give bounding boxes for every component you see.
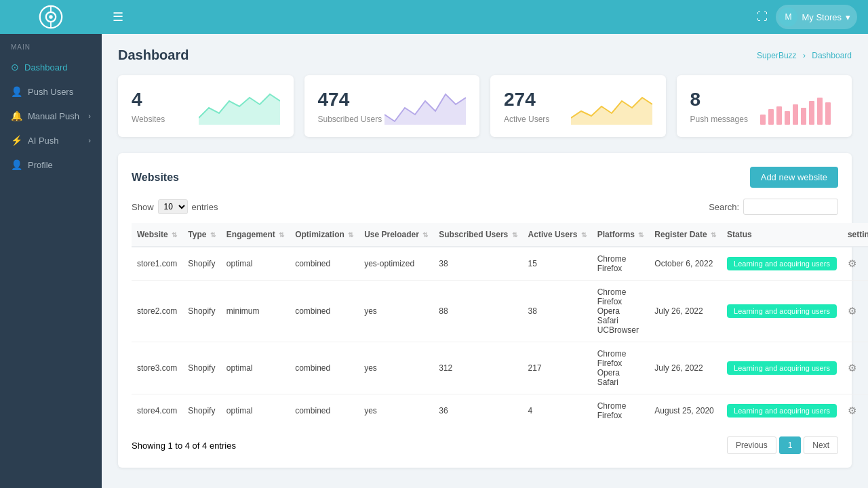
cell-date-3: August 25, 2020 (649, 394, 722, 428)
hamburger-button[interactable]: ☰ (113, 9, 123, 24)
col-active: Active Users ⇅ (523, 223, 592, 247)
cell-website-0: store1.com (132, 247, 182, 281)
user-menu-button[interactable]: M My Stores ▾ (776, 5, 857, 29)
breadcrumb: SuperBuzz › Dashboard (757, 51, 852, 60)
expand-icon[interactable]: ⛶ (757, 11, 768, 23)
stat-info-subscribed: 474 Subscribed Users (318, 89, 382, 124)
col-type: Type ⇅ (182, 223, 220, 247)
settings-icon-0[interactable]: ⚙ (848, 258, 856, 269)
svg-rect-10 (776, 106, 782, 125)
sidebar-item-push-users[interactable]: 👤 Push Users (0, 79, 102, 104)
cell-status-2: Learning and acquiring users (722, 342, 842, 394)
show-label: Show (132, 202, 154, 212)
next-button[interactable]: Next (804, 436, 838, 454)
table-row: store1.com Shopify optimal combined yes-… (132, 247, 868, 281)
stat-info-push: 8 Push messages (690, 89, 748, 124)
cell-settings-2[interactable]: ⚙ (842, 342, 868, 394)
col-website: Website ⇅ (132, 223, 182, 247)
cell-platforms-3: ChromeFirefox (592, 394, 650, 428)
sidebar-main-label: MAIN (0, 34, 102, 55)
chart-websites (199, 87, 280, 125)
cell-platforms-0: ChromeFirefox (592, 247, 650, 281)
stat-number-websites: 4 (132, 89, 165, 110)
settings-icon-2[interactable]: ⚙ (848, 362, 856, 373)
sidebar-item-dashboard[interactable]: ⊙ Dashboard (0, 55, 102, 79)
user-avatar: M (778, 7, 797, 26)
cell-settings-0[interactable]: ⚙ (842, 247, 868, 281)
cell-subscribed-0: 38 (433, 247, 522, 281)
col-engagement: Engagement ⇅ (221, 223, 290, 247)
col-subscribed: Subscribed Users ⇅ (433, 223, 522, 247)
stat-number-push: 8 (690, 89, 748, 110)
stat-label-websites: Websites (132, 115, 165, 124)
svg-rect-12 (793, 104, 798, 125)
sidebar: MAIN ⊙ Dashboard 👤 Push Users 🔔 Manual P… (0, 0, 102, 488)
cell-settings-1[interactable]: ⚙ (842, 281, 868, 342)
add-website-button[interactable]: Add new website (750, 167, 838, 188)
cell-type-2: Shopify (182, 342, 220, 394)
cell-status-3: Learning and acquiring users (722, 394, 842, 428)
breadcrumb-root: SuperBuzz (757, 51, 797, 60)
svg-rect-11 (785, 111, 790, 125)
col-optimization: Optimization ⇅ (290, 223, 359, 247)
breadcrumb-current: Dashboard (812, 51, 852, 60)
page-header: Dashboard SuperBuzz › Dashboard (118, 47, 852, 63)
cell-engagement-2: optimal (221, 342, 290, 394)
sidebar-item-ai-push[interactable]: ⚡ AI Push › (0, 128, 102, 152)
stat-card-active: 274 Active Users (490, 75, 666, 137)
sidebar-label-dashboard: Dashboard (24, 62, 68, 73)
settings-icon-1[interactable]: ⚙ (848, 305, 856, 317)
cell-platforms-1: ChromeFirefoxOperaSafariUCBrowser (592, 281, 650, 342)
cell-engagement-3: optimal (221, 394, 290, 428)
cell-optimization-3: combined (290, 394, 359, 428)
manual-push-icon: 🔔 (11, 110, 22, 121)
svg-rect-8 (760, 115, 766, 125)
push-users-icon: 👤 (11, 86, 22, 97)
pagination-row: Showing 1 to 4 of 4 entries Previous 1 N… (132, 436, 838, 454)
col-platforms: Platforms ⇅ (592, 223, 650, 247)
cell-status-0: Learning and acquiring users (722, 247, 842, 281)
showing-text: Showing 1 to 4 of 4 entries (132, 441, 236, 451)
stat-info-websites: 4 Websites (132, 89, 165, 124)
settings-icon-3[interactable]: ⚙ (848, 405, 856, 416)
search-input[interactable] (743, 199, 838, 215)
stat-number-subscribed: 474 (318, 89, 382, 110)
chart-active (571, 87, 652, 125)
stat-card-push: 8 Push messages (677, 75, 852, 137)
cell-engagement-1: minimum (221, 281, 290, 342)
previous-button[interactable]: Previous (727, 436, 776, 454)
ai-push-icon: ⚡ (11, 135, 22, 146)
content-area: Dashboard SuperBuzz › Dashboard 4 Websit… (102, 34, 868, 488)
cell-website-2: store3.com (132, 342, 182, 394)
topbar-right: ⛶ M My Stores ▾ (757, 5, 857, 29)
cell-preloader-2: yes (359, 342, 433, 394)
sidebar-label-profile: Profile (28, 160, 53, 170)
cell-subscribed-2: 312 (433, 342, 522, 394)
cell-subscribed-1: 88 (433, 281, 522, 342)
stat-card-subscribed: 474 Subscribed Users (304, 75, 480, 137)
cell-type-3: Shopify (182, 394, 220, 428)
chart-subscribed (384, 87, 466, 125)
entries-label: entries (192, 202, 218, 212)
stat-label-subscribed: Subscribed Users (318, 115, 382, 124)
cell-settings-3[interactable]: ⚙ (842, 394, 868, 428)
cell-optimization-2: combined (290, 342, 359, 394)
chart-push (757, 87, 838, 125)
websites-section: Websites Add new website Show 10 25 50 e… (118, 153, 852, 468)
websites-table: Website ⇅ Type ⇅ Engagement ⇅ Optimizati… (132, 223, 868, 427)
sidebar-item-profile[interactable]: 👤 Profile (0, 152, 102, 177)
cell-subscribed-3: 36 (433, 394, 522, 428)
stat-card-websites: 4 Websites (118, 75, 294, 137)
sidebar-item-manual-push[interactable]: 🔔 Manual Push › (0, 104, 102, 128)
entries-select[interactable]: 10 25 50 (158, 199, 188, 214)
svg-rect-14 (809, 101, 814, 125)
cell-date-0: October 6, 2022 (649, 247, 722, 281)
cell-type-0: Shopify (182, 247, 220, 281)
cell-active-2: 217 (523, 342, 592, 394)
show-entries: Show 10 25 50 entries (132, 199, 218, 214)
page-1-button[interactable]: 1 (779, 436, 802, 454)
stat-number-active: 274 (504, 89, 549, 110)
topbar: ☰ ⛶ M My Stores ▾ (102, 0, 868, 34)
table-controls: Show 10 25 50 entries Search: (132, 199, 838, 215)
cell-preloader-3: yes (359, 394, 433, 428)
